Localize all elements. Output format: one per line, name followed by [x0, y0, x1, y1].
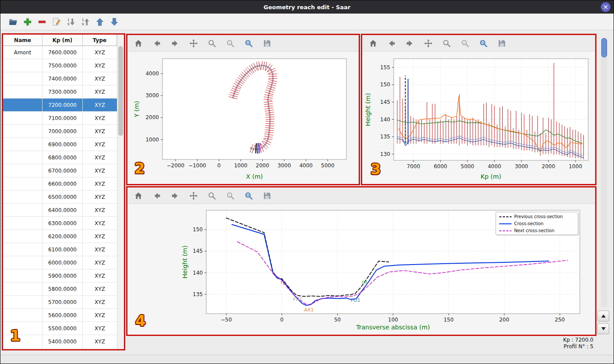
- forward-icon[interactable]: [404, 38, 416, 49]
- home-icon[interactable]: [367, 38, 379, 49]
- remove-icon[interactable]: [36, 16, 48, 28]
- name-cell[interactable]: [3, 191, 42, 203]
- move-down-icon[interactable]: [109, 16, 120, 28]
- table-row[interactable]: 6800.0000XYZ: [3, 151, 117, 164]
- sort-ascending-icon[interactable]: 19: [65, 16, 77, 28]
- name-cell[interactable]: [3, 85, 42, 98]
- name-cell[interactable]: [3, 230, 42, 243]
- name-cell[interactable]: [3, 269, 42, 282]
- forward-icon[interactable]: [169, 190, 181, 201]
- type-cell[interactable]: XYZ: [83, 46, 117, 59]
- table-row[interactable]: 6500.0000XYZ: [3, 191, 117, 204]
- home-icon[interactable]: [133, 190, 144, 201]
- table-row[interactable]: Amont7600.0000XYZ: [3, 46, 117, 59]
- table-row[interactable]: 5900.0000XYZ: [3, 269, 117, 283]
- table-row[interactable]: 6400.0000XYZ: [3, 204, 117, 217]
- type-cell[interactable]: XYZ: [83, 99, 117, 111]
- table-row[interactable]: 5700.0000XYZ: [3, 296, 117, 309]
- name-cell[interactable]: [3, 296, 42, 308]
- table-row[interactable]: 5800.0000XYZ: [3, 283, 117, 296]
- kp-cell[interactable]: 7100.0000: [42, 112, 83, 124]
- zoom-select-icon[interactable]: [478, 38, 489, 49]
- name-cell[interactable]: [3, 256, 42, 269]
- save-icon[interactable]: [261, 38, 273, 49]
- name-cell[interactable]: [3, 138, 42, 151]
- type-cell[interactable]: XYZ: [83, 177, 117, 190]
- table-row[interactable]: 6000.0000XYZ: [3, 256, 117, 269]
- table-row[interactable]: 6300.0000XYZ: [3, 217, 117, 230]
- table-row[interactable]: 7000.0000XYZ: [3, 125, 117, 138]
- vertical-scrollbar-thumb[interactable]: [601, 38, 607, 57]
- type-cell[interactable]: XYZ: [83, 125, 117, 138]
- add-icon[interactable]: [22, 16, 33, 28]
- forward-icon[interactable]: [169, 38, 181, 49]
- kp-cell[interactable]: 5400.0000: [42, 335, 83, 348]
- type-cell[interactable]: XYZ: [83, 191, 117, 203]
- kp-cell[interactable]: 7300.0000: [42, 85, 83, 98]
- zoom-info-icon[interactable]: i: [225, 38, 236, 49]
- kp-cell[interactable]: 7000.0000: [42, 125, 83, 138]
- kp-cell[interactable]: 5800.0000: [42, 283, 83, 295]
- type-cell[interactable]: XYZ: [83, 85, 117, 98]
- vertical-scrollbar[interactable]: [601, 37, 607, 307]
- type-cell[interactable]: XYZ: [83, 283, 117, 295]
- pan-icon[interactable]: [423, 38, 434, 49]
- kp-cell[interactable]: 7600.0000: [42, 46, 83, 59]
- kp-cell[interactable]: 7500.0000: [42, 59, 83, 72]
- kp-cell[interactable]: 6800.0000: [42, 151, 83, 164]
- kp-cell[interactable]: 6900.0000: [42, 138, 83, 151]
- type-cell[interactable]: XYZ: [83, 348, 117, 349]
- type-cell[interactable]: XYZ: [83, 309, 117, 322]
- kp-cell[interactable]: 5600.0000: [42, 309, 83, 322]
- type-cell[interactable]: XYZ: [83, 204, 117, 216]
- save-icon[interactable]: [496, 38, 508, 49]
- type-cell[interactable]: XYZ: [83, 269, 117, 282]
- table-row[interactable]: 5600.0000XYZ: [3, 309, 117, 322]
- back-icon[interactable]: [386, 38, 397, 49]
- zoom-info-icon[interactable]: i: [225, 190, 236, 201]
- table-row[interactable]: 7500.0000XYZ: [3, 59, 117, 72]
- kp-cell[interactable]: 5300.0000: [42, 348, 83, 349]
- edit-icon[interactable]: [51, 16, 62, 28]
- pan-icon[interactable]: [188, 190, 199, 201]
- kp-cell[interactable]: 6600.0000: [42, 177, 83, 190]
- name-cell[interactable]: [3, 335, 42, 348]
- zoom-select-icon[interactable]: [243, 38, 254, 49]
- kp-cell[interactable]: 6300.0000: [42, 217, 83, 230]
- name-cell[interactable]: [3, 125, 42, 138]
- zoom-icon[interactable]: [206, 38, 218, 49]
- type-cell[interactable]: XYZ: [83, 217, 117, 230]
- kp-cell[interactable]: 6400.0000: [42, 204, 83, 216]
- kp-cell[interactable]: 5500.0000: [42, 322, 83, 335]
- column-header-type[interactable]: Type: [83, 35, 117, 46]
- move-up-icon[interactable]: [94, 16, 106, 28]
- column-header-kp-m-[interactable]: Kp (m): [42, 35, 83, 46]
- table-scrollbar-thumb[interactable]: [118, 46, 123, 136]
- cross-section-plot[interactable]: rgFG1AX1FD1rd−50050100150200250135140145…: [127, 204, 595, 335]
- back-icon[interactable]: [151, 38, 162, 49]
- name-cell[interactable]: [3, 348, 42, 349]
- type-cell[interactable]: XYZ: [83, 230, 117, 243]
- type-cell[interactable]: XYZ: [83, 112, 117, 124]
- type-cell[interactable]: XYZ: [83, 138, 117, 151]
- save-icon[interactable]: [261, 190, 273, 201]
- name-cell[interactable]: [3, 112, 42, 124]
- type-cell[interactable]: XYZ: [83, 243, 117, 256]
- pan-icon[interactable]: [188, 38, 199, 49]
- scroll-up-button[interactable]: [597, 311, 609, 322]
- zoom-icon[interactable]: [441, 38, 452, 49]
- table-row[interactable]: 6200.0000XYZ: [3, 230, 117, 243]
- longitudinal-profile-plot[interactable]: 7000600050004000300020001000130135140145…: [362, 52, 595, 184]
- name-cell[interactable]: [3, 59, 42, 72]
- open-icon[interactable]: [7, 16, 19, 28]
- kp-cell[interactable]: 6000.0000: [42, 256, 83, 269]
- back-icon[interactable]: [151, 190, 162, 201]
- kp-cell[interactable]: 6200.0000: [42, 230, 83, 243]
- table-scrollbar[interactable]: [117, 35, 124, 349]
- name-cell[interactable]: [3, 204, 42, 216]
- home-icon[interactable]: [133, 38, 144, 49]
- table-row[interactable]: 6700.0000XYZ: [3, 164, 117, 177]
- kp-cell[interactable]: 5700.0000: [42, 296, 83, 308]
- kp-cell[interactable]: 6100.0000: [42, 243, 83, 256]
- name-cell[interactable]: [3, 99, 42, 111]
